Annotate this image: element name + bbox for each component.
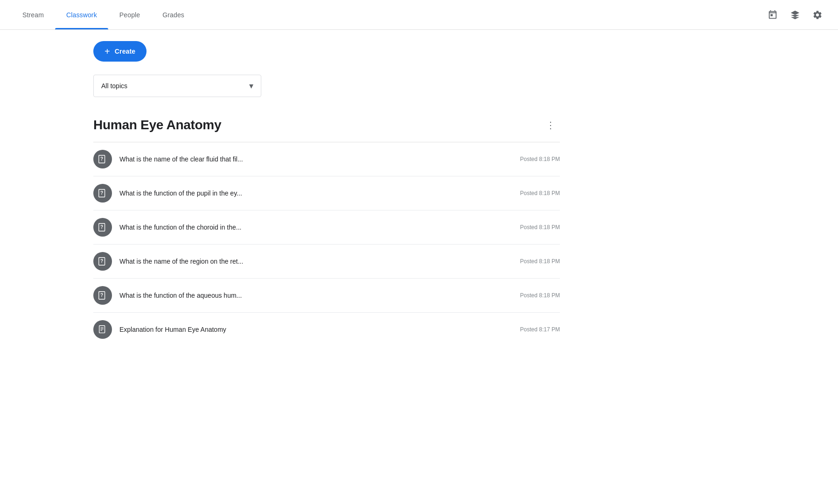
- assignment-posted-time: Posted 8:18 PM: [520, 190, 560, 196]
- tab-grades[interactable]: Grades: [151, 0, 196, 29]
- assignment-title: What is the function of the pupil in the…: [119, 189, 513, 197]
- assignment-list: ? What is the name of the clear fluid th…: [93, 142, 560, 346]
- topic-menu-button[interactable]: ⋮: [541, 116, 560, 134]
- svg-text:?: ?: [100, 156, 103, 161]
- assignment-title: What is the function of the choroid in t…: [119, 224, 513, 231]
- assignment-posted-time: Posted 8:17 PM: [520, 326, 560, 333]
- question-svg: ?: [98, 222, 108, 232]
- topic-title: Human Eye Anatomy: [93, 118, 221, 133]
- question-svg: ?: [98, 290, 108, 301]
- tab-people[interactable]: People: [108, 0, 151, 29]
- calendar-icon: [768, 10, 778, 20]
- question-icon: ?: [93, 286, 112, 305]
- svg-text:?: ?: [100, 259, 103, 264]
- main-content: + Create All topics ▾ Human Eye Anatomy …: [0, 30, 653, 372]
- assignment-posted-time: Posted 8:18 PM: [520, 224, 560, 231]
- assignment-item[interactable]: ? What is the name of the region on the …: [93, 245, 560, 279]
- assignment-posted-time: Posted 8:18 PM: [520, 258, 560, 265]
- assignment-item[interactable]: ? What is the function of the aqueous hu…: [93, 279, 560, 313]
- topic-header: Human Eye Anatomy ⋮: [93, 116, 560, 142]
- create-button[interactable]: + Create: [93, 41, 147, 62]
- create-label: Create: [115, 48, 135, 55]
- topics-dropdown[interactable]: All topics ▾: [93, 75, 261, 97]
- svg-text:?: ?: [100, 190, 103, 196]
- drive-icon: [790, 10, 800, 20]
- header-icons: [763, 6, 827, 24]
- create-plus-icon: +: [105, 47, 110, 56]
- tab-stream[interactable]: Stream: [11, 0, 55, 29]
- assignment-title: What is the function of the aqueous hum.…: [119, 292, 513, 299]
- question-svg: ?: [98, 256, 108, 266]
- svg-text:?: ?: [100, 224, 103, 230]
- assignment-item[interactable]: ? What is the function of the pupil in t…: [93, 176, 560, 210]
- assignment-title: Explanation for Human Eye Anatomy: [119, 326, 513, 333]
- assignment-title: What is the name of the region on the re…: [119, 258, 513, 265]
- nav-tabs: StreamClassworkPeopleGrades: [11, 0, 196, 29]
- tab-classwork[interactable]: Classwork: [55, 0, 108, 29]
- topic-section: Human Eye Anatomy ⋮ ? What is the name o…: [93, 116, 560, 346]
- svg-text:?: ?: [100, 293, 103, 298]
- drive-folder-button[interactable]: [786, 6, 804, 24]
- assignment-posted-time: Posted 8:18 PM: [520, 292, 560, 299]
- assignment-item[interactable]: Explanation for Human Eye AnatomyPosted …: [93, 313, 560, 346]
- question-svg: ?: [98, 154, 108, 164]
- assignment-posted-time: Posted 8:18 PM: [520, 156, 560, 162]
- question-icon: ?: [93, 150, 112, 168]
- assignment-item[interactable]: ? What is the function of the choroid in…: [93, 210, 560, 245]
- question-svg: ?: [98, 188, 108, 198]
- more-vert-icon: ⋮: [546, 119, 555, 131]
- settings-icon: [812, 10, 823, 20]
- assignment-item[interactable]: ? What is the name of the clear fluid th…: [93, 142, 560, 176]
- topics-dropdown-value: All topics: [101, 82, 127, 90]
- question-icon: ?: [93, 252, 112, 271]
- material-icon: [93, 320, 112, 339]
- question-icon: ?: [93, 184, 112, 203]
- settings-button[interactable]: [808, 6, 827, 24]
- calendar-icon-button[interactable]: [763, 6, 782, 24]
- header: StreamClassworkPeopleGrades: [0, 0, 838, 30]
- chevron-down-icon: ▾: [249, 81, 253, 91]
- question-icon: ?: [93, 218, 112, 237]
- material-svg: [98, 324, 108, 335]
- assignment-title: What is the name of the clear fluid that…: [119, 155, 513, 163]
